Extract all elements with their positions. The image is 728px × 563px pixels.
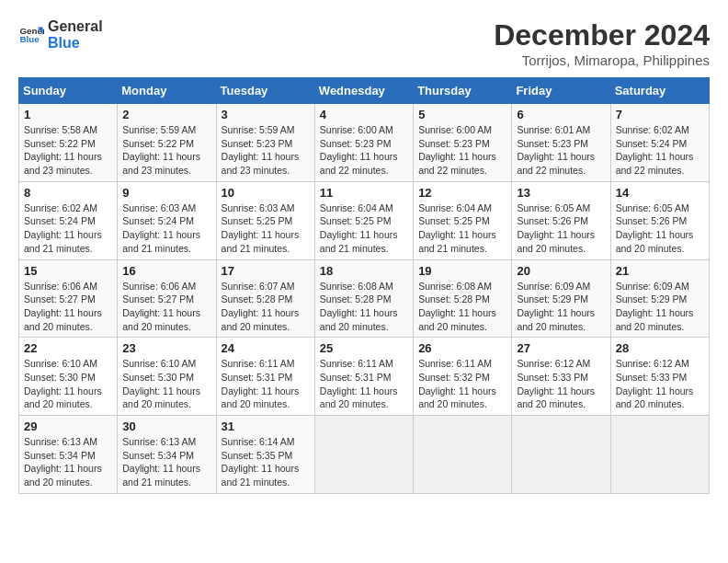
- calendar-cell: 16Sunrise: 6:06 AMSunset: 5:27 PMDayligh…: [118, 259, 216, 338]
- day-number: 8: [24, 186, 112, 200]
- calendar-week-row: 8Sunrise: 6:02 AMSunset: 5:24 PMDaylight…: [19, 181, 710, 259]
- day-content: Sunrise: 6:08 AMSunset: 5:28 PMDaylight:…: [320, 280, 408, 334]
- day-of-week-wednesday: Wednesday: [314, 78, 413, 104]
- calendar-cell: 28Sunrise: 6:12 AMSunset: 5:33 PMDayligh…: [610, 338, 709, 416]
- calendar-cell: 2Sunrise: 5:59 AMSunset: 5:22 PMDaylight…: [118, 104, 216, 182]
- day-content: Sunrise: 6:07 AMSunset: 5:28 PMDaylight:…: [222, 280, 310, 334]
- day-number: 19: [418, 264, 506, 278]
- svg-text:Blue: Blue: [19, 34, 40, 44]
- page-header: General Blue General Blue December 2024 …: [18, 18, 710, 68]
- day-number: 25: [320, 341, 408, 355]
- day-number: 1: [24, 108, 112, 121]
- calendar-cell: 8Sunrise: 6:02 AMSunset: 5:24 PMDaylight…: [19, 181, 118, 259]
- day-content: Sunrise: 6:04 AMSunset: 5:25 PMDaylight:…: [320, 201, 408, 256]
- day-content: Sunrise: 5:59 AMSunset: 5:22 PMDaylight:…: [122, 123, 210, 178]
- logo-line1: General: [48, 18, 103, 35]
- day-number: 9: [122, 186, 210, 200]
- day-number: 28: [616, 341, 704, 355]
- day-content: Sunrise: 6:09 AMSunset: 5:29 PMDaylight:…: [517, 280, 605, 334]
- day-number: 21: [616, 264, 704, 278]
- calendar-header-row: SundayMondayTuesdayWednesdayThursdayFrid…: [19, 78, 710, 104]
- day-content: Sunrise: 6:13 AMSunset: 5:34 PMDaylight:…: [24, 435, 112, 489]
- calendar-cell: 27Sunrise: 6:12 AMSunset: 5:33 PMDayligh…: [512, 338, 610, 416]
- day-number: 17: [222, 264, 310, 278]
- calendar-cell: 20Sunrise: 6:09 AMSunset: 5:29 PMDayligh…: [512, 259, 610, 338]
- day-content: Sunrise: 6:11 AMSunset: 5:31 PMDaylight:…: [222, 357, 310, 411]
- calendar-cell: 22Sunrise: 6:10 AMSunset: 5:30 PMDayligh…: [19, 338, 118, 416]
- day-content: Sunrise: 6:02 AMSunset: 5:24 PMDaylight:…: [24, 201, 112, 256]
- day-number: 10: [222, 186, 310, 200]
- logo: General Blue General Blue: [18, 18, 103, 51]
- day-number: 23: [122, 341, 210, 355]
- day-content: Sunrise: 6:05 AMSunset: 5:26 PMDaylight:…: [616, 201, 704, 256]
- day-number: 14: [616, 186, 704, 200]
- day-number: 30: [122, 419, 210, 433]
- day-number: 12: [418, 186, 506, 200]
- calendar-cell: 12Sunrise: 6:04 AMSunset: 5:25 PMDayligh…: [414, 181, 512, 259]
- calendar-cell: 13Sunrise: 6:05 AMSunset: 5:26 PMDayligh…: [512, 181, 610, 259]
- day-of-week-friday: Friday: [512, 78, 610, 104]
- day-content: Sunrise: 6:11 AMSunset: 5:32 PMDaylight:…: [418, 357, 506, 411]
- day-content: Sunrise: 6:04 AMSunset: 5:25 PMDaylight:…: [418, 201, 506, 256]
- day-content: Sunrise: 6:13 AMSunset: 5:34 PMDaylight:…: [122, 435, 210, 489]
- day-of-week-tuesday: Tuesday: [216, 78, 314, 104]
- day-content: Sunrise: 6:03 AMSunset: 5:24 PMDaylight:…: [122, 201, 210, 256]
- day-content: Sunrise: 6:10 AMSunset: 5:30 PMDaylight:…: [24, 357, 112, 411]
- day-content: Sunrise: 6:08 AMSunset: 5:28 PMDaylight:…: [418, 280, 506, 334]
- day-number: 24: [222, 341, 310, 355]
- day-number: 22: [24, 341, 112, 355]
- title-block: December 2024 Torrijos, Mimaropa, Philip…: [494, 18, 710, 68]
- day-number: 4: [320, 108, 408, 121]
- day-content: Sunrise: 6:00 AMSunset: 5:23 PMDaylight:…: [320, 123, 408, 178]
- logo-icon: General Blue: [18, 22, 44, 48]
- day-number: 6: [517, 108, 605, 121]
- calendar-cell: 11Sunrise: 6:04 AMSunset: 5:25 PMDayligh…: [314, 181, 413, 259]
- calendar-title: December 2024: [494, 18, 710, 52]
- day-content: Sunrise: 6:05 AMSunset: 5:26 PMDaylight:…: [517, 201, 605, 256]
- calendar-cell: 29Sunrise: 6:13 AMSunset: 5:34 PMDayligh…: [19, 416, 118, 494]
- calendar-cell: 10Sunrise: 6:03 AMSunset: 5:25 PMDayligh…: [216, 181, 314, 259]
- day-content: Sunrise: 6:14 AMSunset: 5:35 PMDaylight:…: [222, 435, 310, 489]
- day-number: 29: [24, 419, 112, 433]
- calendar-cell: [610, 416, 709, 494]
- day-number: 20: [517, 264, 605, 278]
- day-content: Sunrise: 6:11 AMSunset: 5:31 PMDaylight:…: [320, 357, 408, 411]
- day-content: Sunrise: 6:02 AMSunset: 5:24 PMDaylight:…: [616, 123, 704, 178]
- day-content: Sunrise: 6:12 AMSunset: 5:33 PMDaylight:…: [616, 357, 704, 411]
- day-number: 3: [222, 108, 310, 121]
- calendar-cell: 23Sunrise: 6:10 AMSunset: 5:30 PMDayligh…: [118, 338, 216, 416]
- day-content: Sunrise: 6:00 AMSunset: 5:23 PMDaylight:…: [418, 123, 506, 178]
- day-number: 18: [320, 264, 408, 278]
- calendar-week-row: 15Sunrise: 6:06 AMSunset: 5:27 PMDayligh…: [19, 259, 710, 338]
- day-content: Sunrise: 6:09 AMSunset: 5:29 PMDaylight:…: [616, 280, 704, 334]
- day-number: 2: [122, 108, 210, 121]
- day-content: Sunrise: 6:03 AMSunset: 5:25 PMDaylight:…: [222, 201, 310, 256]
- calendar-cell: 19Sunrise: 6:08 AMSunset: 5:28 PMDayligh…: [414, 259, 512, 338]
- day-number: 7: [616, 108, 704, 121]
- calendar-cell: 21Sunrise: 6:09 AMSunset: 5:29 PMDayligh…: [610, 259, 709, 338]
- calendar-cell: 17Sunrise: 6:07 AMSunset: 5:28 PMDayligh…: [216, 259, 314, 338]
- calendar-subtitle: Torrijos, Mimaropa, Philippines: [494, 52, 710, 68]
- day-number: 31: [222, 419, 310, 433]
- calendar-cell: [314, 416, 413, 494]
- calendar-cell: 9Sunrise: 6:03 AMSunset: 5:24 PMDaylight…: [118, 181, 216, 259]
- calendar-cell: 15Sunrise: 6:06 AMSunset: 5:27 PMDayligh…: [19, 259, 118, 338]
- calendar-cell: 7Sunrise: 6:02 AMSunset: 5:24 PMDaylight…: [610, 104, 709, 182]
- calendar-cell: 18Sunrise: 6:08 AMSunset: 5:28 PMDayligh…: [314, 259, 413, 338]
- day-number: 13: [517, 186, 605, 200]
- day-of-week-thursday: Thursday: [414, 78, 512, 104]
- day-number: 15: [24, 264, 112, 278]
- calendar-cell: 5Sunrise: 6:00 AMSunset: 5:23 PMDaylight…: [414, 104, 512, 182]
- calendar-cell: 26Sunrise: 6:11 AMSunset: 5:32 PMDayligh…: [414, 338, 512, 416]
- calendar-cell: 25Sunrise: 6:11 AMSunset: 5:31 PMDayligh…: [314, 338, 413, 416]
- day-number: 27: [517, 341, 605, 355]
- day-content: Sunrise: 6:06 AMSunset: 5:27 PMDaylight:…: [24, 280, 112, 334]
- day-of-week-sunday: Sunday: [19, 78, 118, 104]
- day-content: Sunrise: 5:59 AMSunset: 5:23 PMDaylight:…: [222, 123, 310, 178]
- calendar-week-row: 29Sunrise: 6:13 AMSunset: 5:34 PMDayligh…: [19, 416, 710, 494]
- day-number: 16: [122, 264, 210, 278]
- calendar-cell: 1Sunrise: 5:58 AMSunset: 5:22 PMDaylight…: [19, 104, 118, 182]
- day-number: 26: [418, 341, 506, 355]
- day-of-week-saturday: Saturday: [610, 78, 709, 104]
- calendar-week-row: 22Sunrise: 6:10 AMSunset: 5:30 PMDayligh…: [19, 338, 710, 416]
